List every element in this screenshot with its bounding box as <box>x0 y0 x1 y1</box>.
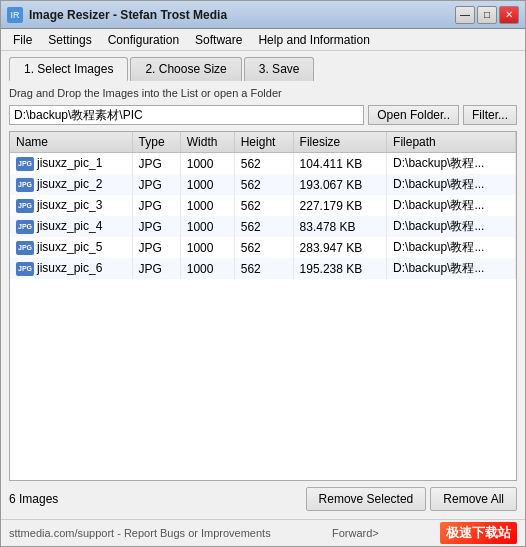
cell-type: JPG <box>132 237 180 258</box>
file-icon: JPG <box>16 178 34 192</box>
file-list[interactable]: Name Type Width Height Filesize Filepath… <box>9 131 517 481</box>
cell-type: JPG <box>132 258 180 279</box>
table-row[interactable]: JPGjisuxz_pic_5JPG1000562283.947 KBD:\ba… <box>10 237 516 258</box>
col-width: Width <box>180 132 234 153</box>
cell-filesize: 227.179 KB <box>293 195 387 216</box>
cell-filepath: D:\backup\教程... <box>387 258 516 279</box>
table-row[interactable]: JPGjisuxz_pic_6JPG1000562195.238 KBD:\ba… <box>10 258 516 279</box>
menu-settings[interactable]: Settings <box>40 31 99 49</box>
cell-height: 562 <box>234 237 293 258</box>
images-table: Name Type Width Height Filesize Filepath… <box>10 132 516 279</box>
app-icon: IR <box>7 7 23 23</box>
tab-save[interactable]: 3. Save <box>244 57 315 81</box>
cell-type: JPG <box>132 195 180 216</box>
menu-file[interactable]: File <box>5 31 40 49</box>
cell-width: 1000 <box>180 174 234 195</box>
cell-type: JPG <box>132 216 180 237</box>
folder-path-input[interactable] <box>9 105 364 125</box>
col-filepath: Filepath <box>387 132 516 153</box>
cell-width: 1000 <box>180 216 234 237</box>
window-title: Image Resizer - Stefan Trost Media <box>29 8 455 22</box>
col-name: Name <box>10 132 132 153</box>
cell-filepath: D:\backup\教程... <box>387 195 516 216</box>
cell-name: JPGjisuxz_pic_3 <box>10 195 132 216</box>
cell-name: JPGjisuxz_pic_5 <box>10 237 132 258</box>
table-row[interactable]: JPGjisuxz_pic_2JPG1000562193.067 KBD:\ba… <box>10 174 516 195</box>
cell-filepath: D:\backup\教程... <box>387 174 516 195</box>
remove-selected-button[interactable]: Remove Selected <box>306 487 427 511</box>
main-content: 1. Select Images 2. Choose Size 3. Save … <box>1 51 525 519</box>
watermark-badge: 极速下载站 <box>440 522 517 544</box>
titlebar: IR Image Resizer - Stefan Trost Media — … <box>1 1 525 29</box>
cell-filepath: D:\backup\教程... <box>387 153 516 175</box>
file-icon: JPG <box>16 199 34 213</box>
cell-height: 562 <box>234 153 293 175</box>
cell-filesize: 104.411 KB <box>293 153 387 175</box>
cell-width: 1000 <box>180 237 234 258</box>
status-text: sttmedia.com/support - Report Bugs or Im… <box>9 527 271 539</box>
image-count: 6 Images <box>9 492 302 506</box>
status-bar: sttmedia.com/support - Report Bugs or Im… <box>1 519 525 546</box>
menu-software[interactable]: Software <box>187 31 250 49</box>
minimize-button[interactable]: — <box>455 6 475 24</box>
table-row[interactable]: JPGjisuxz_pic_4JPG100056283.478 KBD:\bac… <box>10 216 516 237</box>
table-header-row: Name Type Width Height Filesize Filepath <box>10 132 516 153</box>
menu-help[interactable]: Help and Information <box>250 31 377 49</box>
window-controls: — □ ✕ <box>455 6 519 24</box>
cell-height: 562 <box>234 195 293 216</box>
cell-filepath: D:\backup\教程... <box>387 237 516 258</box>
filter-button[interactable]: Filter... <box>463 105 517 125</box>
cell-type: JPG <box>132 174 180 195</box>
cell-height: 562 <box>234 216 293 237</box>
cell-filesize: 195.238 KB <box>293 258 387 279</box>
tab-choose-size[interactable]: 2. Choose Size <box>130 57 241 81</box>
col-filesize: Filesize <box>293 132 387 153</box>
remove-all-button[interactable]: Remove All <box>430 487 517 511</box>
table-row[interactable]: JPGjisuxz_pic_3JPG1000562227.179 KBD:\ba… <box>10 195 516 216</box>
cell-width: 1000 <box>180 195 234 216</box>
col-type: Type <box>132 132 180 153</box>
open-folder-button[interactable]: Open Folder.. <box>368 105 459 125</box>
cell-name: JPGjisuxz_pic_2 <box>10 174 132 195</box>
table-row[interactable]: JPGjisuxz_pic_1JPG1000562104.411 KBD:\ba… <box>10 153 516 175</box>
file-icon: JPG <box>16 220 34 234</box>
cell-filepath: D:\backup\教程... <box>387 216 516 237</box>
cell-type: JPG <box>132 153 180 175</box>
bottom-bar: 6 Images Remove Selected Remove All <box>9 481 517 513</box>
path-row: Open Folder.. Filter... <box>9 105 517 125</box>
instruction-text: Drag and Drop the Images into the List o… <box>9 87 517 99</box>
cell-filesize: 283.947 KB <box>293 237 387 258</box>
main-window: IR Image Resizer - Stefan Trost Media — … <box>0 0 526 547</box>
cell-filesize: 83.478 KB <box>293 216 387 237</box>
forward-label: Forward> <box>332 527 379 539</box>
tab-bar: 1. Select Images 2. Choose Size 3. Save <box>9 57 517 81</box>
maximize-button[interactable]: □ <box>477 6 497 24</box>
menubar: File Settings Configuration Software Hel… <box>1 29 525 51</box>
file-icon: JPG <box>16 241 34 255</box>
cell-filesize: 193.067 KB <box>293 174 387 195</box>
close-button[interactable]: ✕ <box>499 6 519 24</box>
file-icon: JPG <box>16 262 34 276</box>
col-height: Height <box>234 132 293 153</box>
file-icon: JPG <box>16 157 34 171</box>
cell-width: 1000 <box>180 153 234 175</box>
tab-select-images[interactable]: 1. Select Images <box>9 57 128 81</box>
cell-name: JPGjisuxz_pic_6 <box>10 258 132 279</box>
menu-configuration[interactable]: Configuration <box>100 31 187 49</box>
cell-height: 562 <box>234 258 293 279</box>
table-body: JPGjisuxz_pic_1JPG1000562104.411 KBD:\ba… <box>10 153 516 280</box>
cell-name: JPGjisuxz_pic_1 <box>10 153 132 175</box>
cell-height: 562 <box>234 174 293 195</box>
cell-width: 1000 <box>180 258 234 279</box>
cell-name: JPGjisuxz_pic_4 <box>10 216 132 237</box>
